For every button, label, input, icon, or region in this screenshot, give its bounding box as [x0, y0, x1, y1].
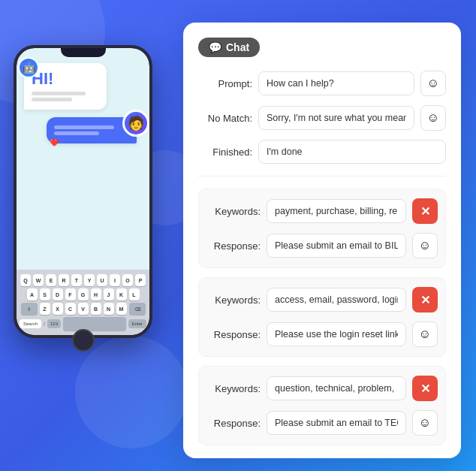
phone-chat-area: 🤖 HI! ❤️ 🧑	[17, 48, 149, 198]
panel-header: 💬 Chat	[198, 38, 446, 57]
emoji-icon: ☺	[427, 111, 439, 125]
key-l: L	[129, 288, 140, 300]
delete-icon: ✕	[420, 204, 430, 219]
delete-icon: ✕	[420, 382, 430, 396]
response-input-3[interactable]	[267, 411, 406, 435]
key-k: K	[116, 288, 127, 300]
header-badge: 💬 Chat	[198, 38, 260, 57]
keywords-label-3: Keywords:	[206, 383, 261, 394]
key-n: N	[104, 303, 114, 315]
keywords-label-2: Keywords:	[206, 294, 261, 306]
prompt-row: Prompt: ☺	[198, 71, 446, 96]
finished-row: Finished:	[198, 140, 446, 164]
keyword-group-1: Keywords: ✕ Response: ☺	[198, 189, 446, 268]
key-backspace: ⌫	[129, 303, 146, 315]
chat-line	[32, 98, 72, 101]
divider-1	[198, 176, 446, 177]
key-q: Q	[20, 274, 31, 286]
key-z: Z	[40, 303, 50, 315]
keywords-input-3[interactable]	[267, 376, 406, 400]
key-o: O	[122, 274, 133, 286]
key-u: U	[97, 274, 107, 286]
key-x: X	[53, 303, 63, 315]
chat-line	[32, 92, 86, 95]
add-button-container: + Add	[198, 454, 446, 458]
user-lines	[54, 125, 129, 135]
key-g: G	[78, 288, 89, 300]
key-row-2: A S D F G H J K L	[20, 288, 146, 300]
finished-input[interactable]	[258, 140, 446, 164]
search-slash: /	[44, 322, 45, 327]
delete-icon: ✕	[420, 293, 430, 307]
no-match-input[interactable]	[258, 106, 414, 130]
search-pill: Search	[20, 319, 41, 328]
key-t: T	[71, 274, 82, 286]
key-p: P	[135, 274, 146, 286]
key-shift: ⇧	[21, 303, 38, 315]
response-input-1[interactable]	[267, 234, 406, 258]
key-a: A	[27, 288, 38, 300]
response-row-1: Response: ☺	[206, 233, 438, 258]
key-y: Y	[84, 274, 95, 286]
key-space	[63, 317, 126, 331]
response-label-2: Response:	[206, 329, 261, 340]
chat-panel: 💬 Chat Prompt: ☺ No Match: ☺ Finished: K…	[183, 23, 461, 458]
response-label-1: Response:	[206, 240, 261, 252]
emoji-icon: ☺	[419, 239, 431, 252]
chat-line	[54, 125, 114, 129]
response-emoji-button-2[interactable]: ☺	[412, 322, 438, 347]
key-b: B	[91, 303, 101, 315]
key-d: D	[53, 288, 63, 300]
phone-home-button	[72, 329, 95, 352]
prompt-emoji-button[interactable]: ☺	[420, 71, 446, 96]
key-row-1: Q W E R T Y U I O P	[20, 274, 146, 286]
key-e: E	[46, 274, 56, 286]
phone-screen: 🤖 HI! ❤️ 🧑	[17, 48, 149, 335]
keywords-row-3: Keywords: ✕	[206, 376, 438, 401]
delete-button-1[interactable]: ✕	[412, 198, 438, 224]
no-match-row: No Match: ☺	[198, 105, 446, 131]
keywords-input-2[interactable]	[267, 288, 406, 312]
chat-line	[54, 131, 99, 135]
hi-text: HI!	[32, 69, 99, 89]
user-bubble-container: ❤️ 🧑	[24, 117, 142, 143]
keywords-label-1: Keywords:	[206, 206, 261, 217]
emoji-icon: ☺	[427, 77, 439, 90]
emoji-icon: ☺	[419, 416, 431, 430]
no-match-emoji-button[interactable]: ☺	[420, 105, 446, 131]
user-avatar: 🧑	[122, 110, 149, 137]
key-f: F	[65, 288, 76, 300]
emoji-icon: ☺	[419, 328, 431, 341]
keywords-row-2: Keywords: ✕	[206, 287, 438, 312]
delete-button-2[interactable]: ✕	[412, 287, 438, 312]
prompt-input[interactable]	[258, 71, 414, 95]
phone-notch	[61, 48, 106, 57]
delete-button-3[interactable]: ✕	[412, 376, 438, 401]
key-enter: Enter	[128, 319, 146, 328]
prompt-label: Prompt:	[198, 78, 252, 89]
response-emoji-button-3[interactable]: ☺	[412, 410, 438, 436]
keyword-group-3: Keywords: ✕ Response: ☺	[198, 366, 446, 445]
panel-title: Chat	[226, 41, 249, 53]
key-i: I	[110, 274, 120, 286]
key-v: V	[78, 303, 89, 315]
finished-label: Finished:	[198, 146, 252, 158]
key-m: M	[116, 303, 127, 315]
keyword-group-2: Keywords: ✕ Response: ☺	[198, 277, 446, 357]
response-row-2: Response: ☺	[206, 322, 438, 347]
no-match-label: No Match:	[198, 113, 252, 124]
key-r: R	[59, 274, 69, 286]
chat-icon: 💬	[209, 41, 221, 53]
response-emoji-button-1[interactable]: ☺	[412, 233, 438, 258]
key-h: H	[91, 288, 101, 300]
phone-body: 🤖 HI! ❤️ 🧑	[14, 45, 152, 338]
response-label-3: Response:	[206, 418, 261, 429]
key-123: 123	[47, 319, 61, 328]
key-c: C	[65, 303, 76, 315]
bot-avatar: 🤖	[18, 57, 39, 78]
keywords-input-1[interactable]	[267, 199, 406, 223]
response-input-2[interactable]	[267, 322, 406, 346]
heart-icon: ❤️	[50, 138, 59, 146]
keywords-row-1: Keywords: ✕	[206, 198, 438, 224]
phone-keyboard: Q W E R T Y U I O P A S D F G H	[17, 270, 149, 335]
